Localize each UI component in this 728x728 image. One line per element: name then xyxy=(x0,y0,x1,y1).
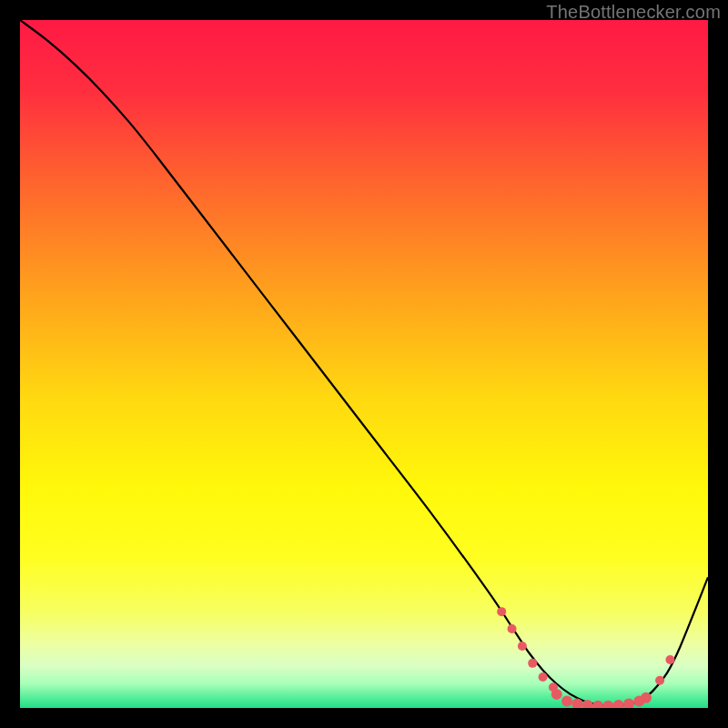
plot-area xyxy=(20,20,708,708)
highlight-point xyxy=(497,607,506,616)
highlight-point xyxy=(641,693,652,703)
highlight-point xyxy=(518,642,527,651)
highlight-point xyxy=(551,689,562,700)
highlight-point xyxy=(665,655,674,664)
gradient-background xyxy=(20,20,708,708)
highlight-point xyxy=(528,659,537,668)
chart-frame: TheBottlenecker.com xyxy=(0,0,728,728)
highlight-point xyxy=(539,672,548,682)
highlight-point xyxy=(508,624,517,633)
highlight-point xyxy=(655,676,664,685)
highlight-point xyxy=(561,695,572,706)
bottleneck-chart xyxy=(20,20,708,708)
